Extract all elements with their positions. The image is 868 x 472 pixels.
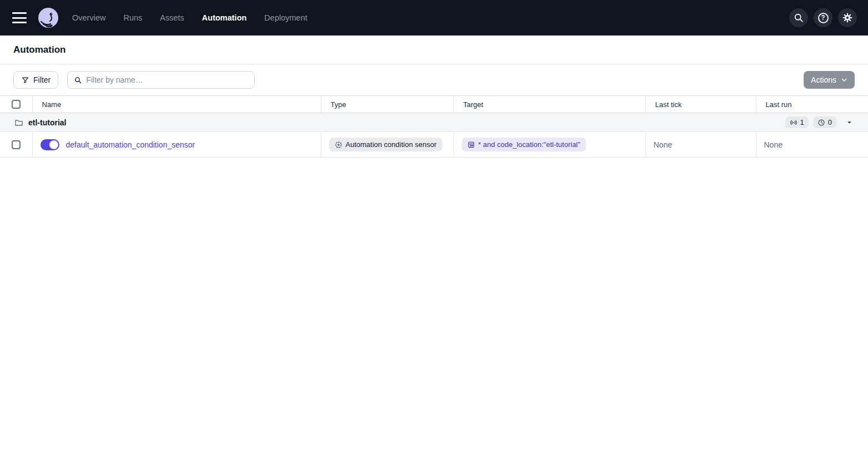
search-icon bbox=[793, 12, 804, 23]
search-icon bbox=[74, 76, 82, 84]
help-icon: ? bbox=[818, 13, 829, 23]
folder-icon bbox=[14, 118, 23, 127]
sensor-name-link[interactable]: default_automation_condition_sensor bbox=[66, 140, 195, 149]
row-checkbox[interactable] bbox=[12, 140, 21, 149]
asset-selection-icon bbox=[467, 141, 475, 149]
filter-button[interactable]: Filter bbox=[13, 71, 58, 89]
nav-item-runs[interactable]: Runs bbox=[123, 13, 142, 22]
sensor-type-label: Automation condition sensor bbox=[346, 140, 437, 149]
topbar-actions: ? bbox=[789, 8, 857, 27]
sensor-type-badge: Automation condition sensor bbox=[329, 138, 442, 151]
target-selection-badge[interactable]: * and code_location:"etl-tutorial" bbox=[462, 138, 586, 151]
sensor-icon bbox=[790, 119, 798, 126]
nav-item-assets[interactable]: Assets bbox=[160, 13, 184, 22]
gear-icon bbox=[842, 12, 853, 23]
automation-row: default_automation_condition_sensor Auto… bbox=[0, 132, 868, 158]
top-nav-bar: Overview Runs Assets Automation Deployme… bbox=[0, 0, 868, 35]
last-run-value: None bbox=[756, 140, 868, 149]
select-all-checkbox[interactable] bbox=[12, 100, 21, 109]
hamburger-menu-icon[interactable] bbox=[12, 12, 27, 23]
settings-button[interactable] bbox=[838, 8, 857, 27]
page-title: Automation bbox=[13, 44, 65, 55]
table-header-row: Name Type Target Last tick Last run bbox=[0, 96, 868, 113]
column-header-target: Target bbox=[453, 96, 645, 113]
column-header-type: Type bbox=[321, 96, 453, 113]
filter-button-label: Filter bbox=[33, 75, 51, 84]
help-button[interactable]: ? bbox=[814, 8, 832, 27]
column-header-name: Name bbox=[32, 96, 321, 113]
funnel-icon bbox=[21, 76, 29, 84]
nav-item-deployment[interactable]: Deployment bbox=[264, 13, 307, 22]
column-header-last-run: Last run bbox=[756, 96, 868, 113]
toggle-knob bbox=[49, 140, 58, 149]
column-header-last-tick: Last tick bbox=[645, 96, 756, 113]
schedule-count-badge: 0 bbox=[813, 116, 836, 128]
caret-down-icon bbox=[846, 119, 852, 125]
dagster-logo-icon[interactable] bbox=[38, 7, 59, 28]
clock-icon bbox=[817, 119, 825, 126]
toolbar: Filter Actions bbox=[0, 64, 868, 95]
automation-condition-icon bbox=[335, 141, 342, 149]
main-nav: Overview Runs Assets Automation Deployme… bbox=[72, 13, 307, 22]
actions-button[interactable]: Actions bbox=[804, 71, 855, 89]
nav-item-overview[interactable]: Overview bbox=[72, 13, 105, 22]
nav-item-automation[interactable]: Automation bbox=[202, 13, 247, 22]
code-location-name: etl-tutorial bbox=[28, 118, 66, 127]
page-title-bar: Automation bbox=[0, 35, 868, 64]
automation-table: Name Type Target Last tick Last run etl-… bbox=[0, 95, 868, 158]
chevron-down-icon bbox=[841, 77, 847, 83]
code-location-group-row: etl-tutorial bbox=[0, 113, 868, 132]
actions-button-label: Actions bbox=[811, 75, 836, 84]
collapse-group-button[interactable] bbox=[844, 118, 855, 126]
target-selection-label: * and code_location:"etl-tutorial" bbox=[478, 140, 581, 149]
search-button[interactable] bbox=[789, 8, 808, 27]
name-filter-input[interactable] bbox=[86, 75, 248, 84]
sensor-count: 1 bbox=[800, 118, 804, 126]
sensor-enabled-toggle[interactable] bbox=[41, 139, 59, 150]
sensor-count-badge: 1 bbox=[785, 116, 809, 128]
name-filter-box bbox=[67, 71, 255, 89]
last-tick-value: None bbox=[646, 140, 756, 149]
schedule-count: 0 bbox=[828, 118, 832, 126]
